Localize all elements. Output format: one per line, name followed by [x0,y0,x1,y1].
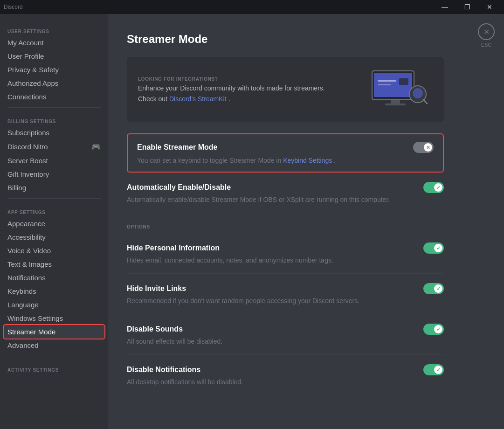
esc-circle: ✕ [478,23,495,40]
streamkit-link[interactable]: Discord's StreamKit [169,95,226,103]
toggle-check-icon: ✓ [436,367,441,373]
toggle-check-icon: ✓ [436,185,441,191]
sidebar-item-label: Privacy & Safety [7,66,59,74]
auto-enable-title: Automatically Enable/Disable [127,183,231,192]
svg-rect-3 [385,104,406,105]
hide-invite-links-row: Hide Invite Links ✓ Recommended if you d… [127,274,444,314]
sidebar-item-label: Connections [7,93,46,101]
disable-notifications-description: All desktop notifications will be disabl… [127,378,444,386]
hide-personal-toggle[interactable]: ✓ [423,242,444,254]
auto-enable-row-top: Automatically Enable/Disable ✓ [127,182,444,193]
esc-label: ESC [481,42,492,48]
sidebar-item-user-profile[interactable]: User Profile [4,49,104,63]
sidebar-item-appearance[interactable]: Appearance [4,217,104,230]
hide-personal-row: Hide Personal Information ✓ Hides email,… [127,233,444,274]
window-controls: — ❐ ✕ [434,0,500,14]
app-container: USER SETTINGS My Account User Profile Pr… [0,14,504,429]
toggle-x-knob: ✕ [424,143,432,152]
sidebar-item-label: Accessibility [7,233,46,241]
banner-checkout-text: Check out [138,95,169,103]
sidebar-item-label: Discord Nitro [7,143,48,151]
disable-notifications-row: Disable Notifications ✓ All desktop noti… [127,355,444,395]
sidebar-item-label: My Account [7,39,44,47]
banner-illustration [358,66,433,113]
banner-section-label: LOOKING FOR INTEGRATIONS? [138,76,325,82]
sidebar-item-authorized-apps[interactable]: Authorized Apps [4,76,104,90]
sidebar-section-billing-settings: BILLING SETTINGS [4,111,104,126]
disable-sounds-toggle-knob: ✓ [434,325,442,333]
sidebar-separator-1 [7,107,101,108]
content-area: Streamer Mode LOOKING FOR INTEGRATIONS? … [108,14,504,429]
auto-enable-toggle-knob: ✓ [434,183,442,192]
svg-point-5 [413,88,423,98]
minimize-button[interactable]: — [434,0,456,14]
disable-sounds-row: Disable Sounds ✓ All sound effects will … [127,314,444,355]
sidebar: USER SETTINGS My Account User Profile Pr… [0,14,108,429]
sidebar-item-discord-nitro[interactable]: Discord Nitro 🎮 [4,139,104,154]
toggle-check-icon: ✓ [436,286,441,292]
enable-streamer-desc-text: You can set a keybind to toggle Streamer… [137,157,283,164]
sidebar-item-gift-inventory[interactable]: Gift Inventory [4,167,104,181]
sidebar-item-server-boost[interactable]: Server Boost [4,154,104,167]
sidebar-separator-3 [7,356,101,356]
sidebar-item-accessibility[interactable]: Accessibility [4,230,104,244]
sidebar-item-label: Streamer Mode [7,328,55,336]
sidebar-section-user-settings: USER SETTINGS [4,21,104,36]
sidebar-item-subscriptions[interactable]: Subscriptions [4,126,104,139]
monitor-svg [358,66,433,113]
disable-notifications-title: Disable Notifications [127,366,200,374]
sidebar-item-privacy-safety[interactable]: Privacy & Safety [4,63,104,76]
hide-personal-title: Hide Personal Information [127,244,220,252]
content-inner: Streamer Mode LOOKING FOR INTEGRATIONS? … [108,14,463,414]
banner-checkout: Check out Discord's StreamKit . [138,95,325,103]
sidebar-item-text-images[interactable]: Text & Images [4,257,104,271]
sidebar-item-language[interactable]: Language [4,298,104,311]
sidebar-item-keybinds[interactable]: Keybinds [4,284,104,298]
hide-invite-links-toggle-knob: ✓ [434,284,442,293]
options-label: OPTIONS [127,224,444,229]
sidebar-item-label: Server Boost [7,157,48,165]
sidebar-item-my-account[interactable]: My Account [4,36,104,49]
sidebar-item-notifications[interactable]: Notifications [4,271,104,284]
enable-streamer-top: Enable Streamer Mode ✕ [137,142,434,153]
auto-enable-description: Automatically enable/disable Streamer Mo… [127,196,444,203]
hide-personal-row-top: Hide Personal Information ✓ [127,242,444,254]
keybind-settings-link[interactable]: Keybind Settings [283,157,332,164]
disable-notifications-toggle-knob: ✓ [434,366,442,374]
sidebar-item-label: Authorized Apps [7,79,58,87]
maximize-button[interactable]: ❐ [456,0,478,14]
svg-rect-2 [391,100,400,104]
hide-invite-links-toggle[interactable]: ✓ [423,283,444,294]
sidebar-item-connections[interactable]: Connections [4,90,104,104]
auto-enable-toggle[interactable]: ✓ [423,182,444,193]
app-title: Discord [4,4,23,10]
enable-streamer-box: Enable Streamer Mode ✕ You can set a key… [127,133,444,173]
close-button[interactable]: ✕ [479,0,500,14]
keybind-link-suffix: . [334,157,336,164]
sidebar-item-streamer-mode[interactable]: Streamer Mode [4,325,104,339]
disable-notifications-row-top: Disable Notifications ✓ [127,364,444,375]
auto-enable-row: Automatically Enable/Disable ✓ Automatic… [127,173,444,213]
disable-sounds-toggle[interactable]: ✓ [423,324,444,335]
sidebar-item-label: Advanced [7,341,39,349]
sidebar-item-windows-settings[interactable]: Windows Settings [4,311,104,325]
enable-streamer-description: You can set a keybind to toggle Streamer… [137,157,434,164]
sidebar-item-voice-video[interactable]: Voice & Video [4,244,104,257]
sidebar-item-advanced[interactable]: Advanced [4,339,104,352]
svg-line-6 [423,100,427,104]
disable-notifications-toggle[interactable]: ✓ [423,364,444,375]
hide-personal-description: Hides email, connected accounts, notes, … [127,256,444,264]
sidebar-item-label: Keybinds [7,287,36,295]
svg-rect-8 [378,84,391,85]
esc-button[interactable]: ✕ ESC [478,23,495,48]
sidebar-item-billing[interactable]: Billing [4,181,104,194]
toggle-check-icon: ✓ [436,245,441,251]
disable-sounds-row-top: Disable Sounds ✓ [127,324,444,335]
sidebar-section-app-settings: APP SETTINGS [4,202,104,217]
sidebar-item-label: Billing [7,184,26,192]
enable-streamer-toggle[interactable]: ✕ [413,142,434,153]
banner-text: LOOKING FOR INTEGRATIONS? Enhance your D… [138,76,325,103]
disable-sounds-description: All sound effects will be disabled. [127,338,444,345]
enable-streamer-title: Enable Streamer Mode [137,143,218,152]
hide-invite-links-row-top: Hide Invite Links ✓ [127,283,444,294]
